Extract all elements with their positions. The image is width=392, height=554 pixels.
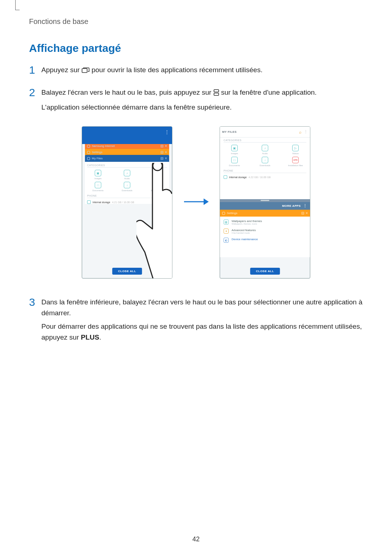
close-icon: × bbox=[165, 150, 167, 154]
text: L'application sélectionnée démarre dans … bbox=[41, 102, 363, 112]
apk-icon: APK bbox=[292, 157, 299, 163]
text: Balayez l'écran vers le haut ou le bas, … bbox=[41, 89, 213, 96]
svg-rect-2 bbox=[214, 93, 219, 96]
phone2-titlebar: MY FILES ⌕ ⋮ bbox=[220, 127, 310, 138]
more-apps-label: MORE APPS bbox=[282, 204, 301, 208]
bold-text: PLUS bbox=[81, 333, 99, 341]
split-screen-icon bbox=[213, 88, 219, 99]
step-body: Dans la fenêtre inférieure, balayez l'éc… bbox=[41, 297, 363, 345]
downloads-icon: ↓ bbox=[124, 182, 130, 188]
audio-icon: ♪ bbox=[124, 170, 130, 176]
advanced-icon: ✦ bbox=[224, 229, 229, 234]
documents-icon: □ bbox=[231, 157, 238, 163]
storage-icon bbox=[87, 200, 91, 204]
step-body: Appuyez sur pour ouvrir la liste des app… bbox=[41, 65, 363, 79]
categories-label: CATEGORIES bbox=[224, 139, 306, 143]
label: Documents bbox=[93, 189, 103, 192]
steps-list: 1 Appuyez sur pour ouvrir la liste des a… bbox=[29, 65, 363, 115]
videos-icon: ▷ bbox=[292, 145, 299, 151]
close-icon: × bbox=[165, 156, 167, 160]
images-icon: ▣ bbox=[231, 145, 238, 151]
app-icon bbox=[222, 212, 225, 215]
more-icon: ⋮ bbox=[165, 130, 169, 135]
figure-row: ⋮ Samsung Internet ⊟ × Settings ⊟ bbox=[29, 126, 363, 279]
svg-rect-1 bbox=[214, 90, 219, 92]
apk-icon: APK bbox=[153, 182, 159, 188]
split-divider bbox=[220, 199, 310, 202]
maintenance-icon: ◐ bbox=[224, 238, 229, 243]
svg-marker-5 bbox=[204, 198, 209, 205]
tab-notch bbox=[15, 0, 20, 10]
label: Audio bbox=[124, 177, 130, 180]
section-heading: Affichage partagé bbox=[29, 42, 363, 54]
phone-label: PHONE bbox=[224, 169, 306, 173]
manual-page: Fonctions de base Affichage partagé 1 Ap… bbox=[0, 0, 392, 554]
row-title: Wallpapers and themes bbox=[232, 219, 262, 223]
close-icon: × bbox=[306, 211, 308, 215]
split-screen-icon: ⊟ bbox=[160, 156, 163, 160]
more-icon: ⋮ bbox=[303, 204, 307, 208]
close-all-button: CLOSE ALL bbox=[112, 268, 142, 275]
label: Downloads bbox=[260, 164, 270, 167]
storage-text: Internal storage bbox=[229, 176, 247, 178]
app-icon bbox=[87, 151, 90, 154]
step-body: Balayez l'écran vers le haut ou le bas, … bbox=[41, 87, 363, 115]
recent-card-3: My Files ⊟ × CATEGORIES ▣Images ♪Audio ▷… bbox=[85, 155, 169, 204]
storage-cap: 4.21 GB / 16.00 GB bbox=[112, 201, 134, 204]
row-title: Device maintenance bbox=[232, 238, 258, 241]
label: Installation bbox=[151, 189, 162, 192]
wallpaper-icon: ▦ bbox=[224, 219, 229, 225]
label: Audio bbox=[262, 152, 268, 155]
step-number: 1 bbox=[29, 65, 41, 79]
breadcrumb: Fonctions de base bbox=[29, 17, 363, 26]
images-icon: ▣ bbox=[95, 170, 101, 176]
phone-label: PHONE bbox=[87, 194, 167, 198]
phone1-topbar: ⋮ bbox=[82, 127, 172, 144]
label: Videos bbox=[153, 177, 159, 180]
label: Installation files bbox=[288, 164, 303, 167]
split-screen-icon: ⊟ bbox=[160, 144, 163, 148]
label: Downloads bbox=[122, 189, 132, 192]
label: Images bbox=[231, 152, 238, 155]
step-2: 2 Balayez l'écran vers le haut ou le bas… bbox=[29, 87, 363, 115]
text: Dans la fenêtre inférieure, balayez l'éc… bbox=[41, 297, 363, 318]
page-number: 42 bbox=[192, 535, 200, 543]
search-icon: ⌕ bbox=[299, 130, 302, 134]
arrow-right-icon bbox=[183, 197, 209, 208]
label: Documents bbox=[229, 164, 240, 167]
app-icon bbox=[87, 145, 90, 148]
card-title: Samsung Internet bbox=[92, 144, 159, 148]
audio-icon: ♪ bbox=[262, 145, 268, 151]
more-icon: ⋮ bbox=[304, 130, 308, 134]
app-icon bbox=[87, 157, 90, 160]
step-3: 3 Dans la fenêtre inférieure, balayez l'… bbox=[29, 297, 363, 345]
step-1: 1 Appuyez sur pour ouvrir la liste des a… bbox=[29, 65, 363, 79]
close-icon: × bbox=[165, 144, 167, 148]
split-screen-icon: ⊟ bbox=[160, 150, 163, 154]
steps-list-cont: 3 Dans la fenêtre inférieure, balayez l'… bbox=[29, 297, 363, 345]
text: Appuyez sur bbox=[41, 66, 82, 74]
card-title: Settings bbox=[92, 151, 159, 154]
phone-screenshot-right: MY FILES ⌕ ⋮ CATEGORIES ▣Images ♪Audio ▷… bbox=[220, 126, 310, 279]
downloads-icon: ↓ bbox=[262, 157, 268, 163]
card-title: Settings bbox=[227, 212, 300, 215]
text: sur la fenêtre d'une application. bbox=[221, 89, 317, 96]
more-apps-bar: MORE APPS ⋮ bbox=[220, 202, 310, 210]
label: Images bbox=[94, 177, 102, 180]
row-sub: One-handed mode bbox=[232, 232, 256, 234]
row-sub: Wallpapers, themes, icons bbox=[232, 223, 262, 225]
svg-rect-0 bbox=[82, 69, 87, 73]
phone-screenshot-left: ⋮ Samsung Internet ⊟ × Settings ⊟ bbox=[82, 126, 172, 279]
categories-label: CATEGORIES bbox=[87, 164, 167, 168]
recents-icon bbox=[82, 66, 90, 76]
label: Videos bbox=[292, 152, 299, 155]
title: MY FILES bbox=[222, 130, 299, 134]
storage-icon bbox=[224, 175, 227, 179]
lower-card-header: Settings ⊟ × bbox=[220, 210, 310, 217]
split-screen-icon: ⊟ bbox=[301, 211, 304, 215]
text: pour ouvrir la liste des applications ré… bbox=[91, 66, 262, 74]
card-title: My Files bbox=[92, 157, 159, 160]
videos-icon: ▷ bbox=[153, 170, 159, 176]
row-title: Advanced features bbox=[232, 229, 256, 232]
documents-icon: □ bbox=[95, 182, 101, 188]
